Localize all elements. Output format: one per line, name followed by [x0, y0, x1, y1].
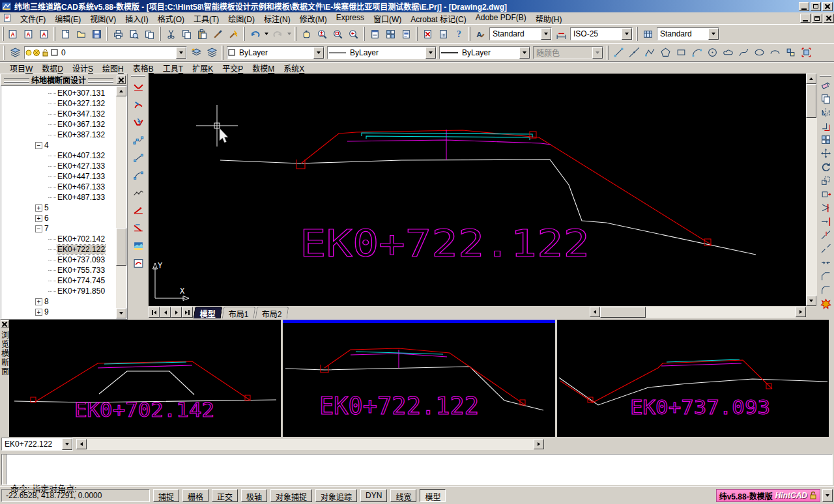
xsection-ground-button[interactable]: [130, 184, 147, 201]
scroll-down-icon[interactable]: [806, 296, 816, 306]
dim-style-combo[interactable]: ISO-25: [570, 27, 633, 40]
tree-item-5[interactable]: +5: [1, 203, 116, 213]
move-button[interactable]: [818, 147, 833, 160]
command-input-area[interactable]: 命令: 指定对角点: 命令:: [7, 455, 832, 484]
scroll-left-icon[interactable]: [590, 307, 600, 317]
rotate-button[interactable]: [818, 160, 833, 174]
tree-item-EK0+307.131[interactable]: EK0+307.131: [1, 88, 116, 98]
status-toggle-2-[interactable]: 正交: [212, 489, 238, 502]
tab-prev-icon[interactable]: [160, 307, 171, 318]
tree-item-EK0+367.132[interactable]: EK0+367.132: [1, 119, 116, 130]
preview-pane-EK0+722.122[interactable]: EK0+722.122: [283, 320, 555, 437]
xsection-terrain-button[interactable]: [130, 237, 147, 254]
lineweight-combo[interactable]: ByLayer: [439, 46, 530, 59]
collapse-icon[interactable]: −: [35, 142, 42, 149]
chevron-down-icon[interactable]: [425, 47, 436, 59]
spline-button[interactable]: [736, 45, 751, 61]
preview-pane-EK0+737.093[interactable]: EK0+737.093: [557, 320, 829, 437]
polygon-button[interactable]: [657, 45, 673, 61]
array-button[interactable]: [818, 133, 833, 147]
revision-cloud-button[interactable]: [720, 45, 736, 61]
copy-clip-button[interactable]: [179, 26, 194, 42]
ellipse-button[interactable]: [751, 45, 767, 61]
redo-button[interactable]: [270, 26, 285, 42]
status-toggle-7-[interactable]: 线宽: [390, 489, 416, 502]
chevron-down-icon[interactable]: [313, 47, 324, 59]
xsection-nodes-button[interactable]: [130, 132, 147, 148]
model-canvas[interactable]: EK0+722.122YX: [149, 74, 806, 306]
xsection-slope-left-button[interactable]: [130, 202, 147, 219]
drawing-hscrollbar[interactable]: [590, 307, 806, 318]
station-combo[interactable]: EK0+722.122: [1, 438, 73, 451]
collapse-icon[interactable]: −: [35, 225, 42, 232]
status-toggle-6-dyn[interactable]: DYN: [360, 489, 387, 502]
menu-item-5[interactable]: 工具(T): [189, 12, 223, 25]
main-drawing[interactable]: EK0+722.122YX: [149, 74, 806, 306]
quickcalc-button[interactable]: [435, 26, 451, 42]
preview-scroll-right-icon[interactable]: [534, 439, 544, 449]
scroll-right-icon[interactable]: [796, 307, 806, 317]
text-style-button[interactable]: A: [472, 26, 488, 42]
tree-item-6[interactable]: +6: [1, 213, 116, 223]
pdf-convert-button[interactable]: A: [5, 26, 20, 42]
chevron-down-icon[interactable]: [622, 28, 632, 40]
tab-layout2[interactable]: 布局2: [255, 307, 288, 318]
tree-item-EK0+755.733[interactable]: EK0+755.733: [1, 265, 116, 275]
table-style-button[interactable]: [640, 26, 655, 42]
new-file-button[interactable]: [57, 26, 73, 42]
xsection-design-button[interactable]: [130, 79, 147, 96]
linetype-combo[interactable]: ByLayer: [327, 46, 437, 59]
restore-button[interactable]: [811, 2, 821, 11]
match-properties-button[interactable]: [210, 26, 225, 42]
close-button[interactable]: [822, 2, 833, 11]
command-window-grip[interactable]: [2, 455, 7, 484]
tree-item-4[interactable]: −4: [1, 140, 116, 150]
stretch-button[interactable]: [818, 188, 833, 201]
tree-item-EK0+467.133[interactable]: EK0+467.133: [1, 182, 116, 192]
break-at-point-button[interactable]: [818, 229, 833, 242]
xsection-slope-right-button[interactable]: [130, 219, 147, 236]
tree-scrollbar[interactable]: [116, 86, 126, 318]
tab-layout1[interactable]: 布局1: [222, 307, 255, 318]
insert-block-button[interactable]: [783, 45, 798, 61]
chevron-down-icon[interactable]: [62, 438, 72, 450]
minimize-button[interactable]: [799, 2, 809, 11]
chamfer-button[interactable]: [818, 270, 833, 283]
plot-button[interactable]: [110, 26, 126, 42]
break-button[interactable]: [818, 242, 833, 256]
plot-preview-button[interactable]: [126, 26, 141, 42]
menu-item-2[interactable]: 视图(V): [85, 12, 121, 25]
status-toggle-8-[interactable]: 模型: [420, 489, 446, 502]
line-button[interactable]: [611, 45, 626, 61]
menu-item-3[interactable]: 插入(I): [121, 12, 152, 25]
xsection-line-button[interactable]: [130, 149, 147, 166]
status-toggle-3-[interactable]: 极轴: [241, 489, 267, 502]
zoom-realtime-button[interactable]: [314, 26, 330, 42]
pdf-convert-settings-button[interactable]: A: [20, 26, 36, 42]
tree-panel-header[interactable]: 纬地横断面设计: [1, 74, 127, 85]
hintcad-menu-item-4[interactable]: 表格B: [128, 61, 158, 75]
tree-item-EK0+387.132[interactable]: EK0+387.132: [1, 130, 116, 140]
cut-clip-button[interactable]: [163, 26, 179, 42]
redo-dropdown-icon[interactable]: [285, 26, 293, 42]
layer-previous-button[interactable]: [188, 45, 204, 61]
explode-button[interactable]: [818, 297, 833, 311]
menu-item-9[interactable]: Express: [332, 12, 369, 25]
expand-icon[interactable]: +: [35, 298, 42, 305]
fillet-button[interactable]: [818, 283, 833, 297]
tree-item-7[interactable]: −7: [1, 223, 116, 234]
xsection-frame-button[interactable]: [130, 255, 147, 272]
designcenter-button[interactable]: [382, 26, 398, 42]
layer-properties-manager-button[interactable]: [7, 45, 23, 61]
scroll-down-icon[interactable]: [116, 308, 126, 318]
save-file-button[interactable]: [89, 26, 104, 42]
trim-button[interactable]: [818, 201, 833, 215]
tool-palettes-button[interactable]: [398, 26, 414, 42]
scroll-up-icon[interactable]: [116, 86, 126, 96]
xsection-edit-button[interactable]: [130, 96, 147, 113]
erase-button[interactable]: [818, 78, 833, 92]
chevron-down-icon[interactable]: [176, 47, 186, 59]
expand-icon[interactable]: +: [35, 309, 42, 316]
color-combo[interactable]: ByLayer: [227, 46, 324, 59]
menu-item-13[interactable]: 帮助(H): [531, 12, 567, 25]
